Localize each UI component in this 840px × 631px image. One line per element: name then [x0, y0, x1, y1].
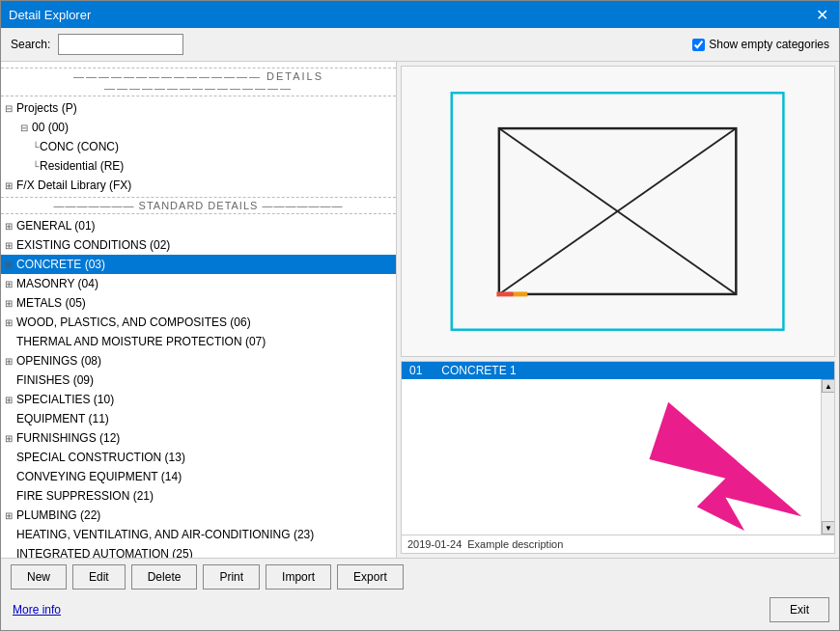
expander-metals: ⊞: [1, 296, 16, 311]
details-header: ——————————————— DETAILS ———————————————: [1, 68, 396, 96]
tree-item-finishes[interactable]: FINISHES (09): [1, 370, 396, 390]
tree-item-specialties[interactable]: ⊞ SPECIALTIES (10): [1, 390, 396, 409]
detail-info-body: [402, 379, 821, 535]
search-label: Search:: [11, 38, 50, 51]
expander-masonry: ⊞: [1, 277, 16, 291]
title-bar: Detail Explorer ✕: [1, 1, 839, 28]
tree-item-integrated[interactable]: INTEGRATED AUTOMATION (25): [1, 544, 396, 558]
more-info-link[interactable]: More info: [13, 603, 61, 617]
main-window: Detail Explorer ✕ Search: Show empty cat…: [0, 0, 840, 631]
close-button[interactable]: ✕: [812, 5, 831, 24]
tree-container[interactable]: ——————————————— DETAILS ——————————————— …: [1, 62, 396, 558]
tree-item-fire[interactable]: FIRE SUPPRESSION (21): [1, 486, 396, 506]
toolbar: Search: Show empty categories: [1, 28, 839, 62]
tree-item-conc[interactable]: └ CONC (CONC): [1, 137, 396, 156]
tree-item-special-construction[interactable]: SPECIAL CONSTRUCTION (13): [1, 448, 396, 467]
tree-item-metals[interactable]: ⊞ METALS (05): [1, 293, 396, 313]
edit-button[interactable]: Edit: [72, 564, 126, 590]
delete-button[interactable]: Delete: [131, 564, 198, 590]
arrow-svg: [402, 379, 821, 535]
preview-svg: [423, 81, 812, 342]
detail-description: Example description: [467, 538, 563, 550]
tree-item-existing[interactable]: ⊞ EXISTING CONDITIONS (02): [1, 235, 396, 255]
tree-item-equipment[interactable]: EQUIPMENT (11): [1, 409, 396, 428]
detail-footer: 2019-01-24 Example description: [402, 535, 834, 553]
search-input[interactable]: [58, 34, 183, 55]
tree-item-furnishings[interactable]: ⊞ FURNISHINGS (12): [1, 428, 396, 448]
standard-details-header: ——————— STANDARD DETAILS ———————: [1, 197, 396, 214]
expander-concrete: ⊞: [1, 258, 16, 272]
expander-specialties: ⊞: [1, 393, 16, 407]
main-content: ——————————————— DETAILS ——————————————— …: [1, 62, 839, 558]
scrollbar-down-btn[interactable]: ▼: [822, 521, 834, 535]
tree-item-projects[interactable]: ⊟ Projects (P): [1, 98, 396, 118]
bottom-bar: New Edit Delete Print Import Export: [1, 558, 839, 595]
tree-item-hvac[interactable]: HEATING, VENTILATING, AND AIR-CONDITIONI…: [1, 525, 396, 544]
expander-conc: └: [32, 140, 40, 154]
expander-general: ⊞: [1, 219, 16, 233]
detail-scrollbar[interactable]: ▲ ▼: [821, 379, 834, 535]
tree-item-residential[interactable]: └ Residential (RE): [1, 156, 396, 176]
expander-00: ⊟: [16, 121, 32, 135]
tree-item-masonry[interactable]: ⊞ MASONRY (04): [1, 274, 396, 293]
tree-item-fx-library[interactable]: ⊞ F/X Detail Library (FX): [1, 176, 396, 195]
tree-item-plumbing[interactable]: ⊞ PLUMBING (22): [1, 506, 396, 525]
detail-number: 01: [409, 364, 422, 377]
svg-rect-4: [497, 291, 514, 296]
expander-fx: ⊞: [1, 178, 16, 193]
svg-rect-5: [514, 291, 528, 296]
footer-bar: More info Exit: [1, 595, 839, 630]
left-panel: ——————————————— DETAILS ——————————————— …: [1, 62, 397, 558]
show-empty-checkbox[interactable]: [692, 39, 705, 51]
expander-existing: ⊞: [1, 238, 16, 253]
show-empty-label[interactable]: Show empty categories: [692, 38, 829, 51]
window-title: Detail Explorer: [9, 8, 91, 22]
right-panel: 01 CONCRETE 1 ▲ ▼: [397, 62, 839, 558]
tree-item-concrete[interactable]: ⊞ CONCRETE (03): [1, 255, 396, 274]
import-button[interactable]: Import: [266, 564, 331, 590]
tree-item-general[interactable]: ⊞ GENERAL (01): [1, 216, 396, 235]
detail-info-content-row: ▲ ▼: [402, 379, 834, 535]
tree-item-openings[interactable]: ⊞ OPENINGS (08): [1, 351, 396, 370]
expander-openings: ⊞: [1, 354, 16, 369]
tree-item-wood[interactable]: ⊞ WOOD, PLASTICS, AND COMPOSITES (06): [1, 313, 396, 332]
preview-area: [401, 66, 835, 357]
exit-button[interactable]: Exit: [770, 597, 829, 622]
svg-marker-6: [649, 402, 801, 531]
expander-furnishings: ⊞: [1, 431, 16, 446]
expander-wood: ⊞: [1, 316, 16, 330]
detail-info-header: 01 CONCRETE 1: [402, 362, 834, 379]
print-button[interactable]: Print: [203, 564, 260, 590]
detail-date: 2019-01-24: [407, 538, 462, 550]
detail-name: CONCRETE 1: [441, 364, 516, 377]
tree-item-conveying[interactable]: CONVEYING EQUIPMENT (14): [1, 467, 396, 486]
export-button[interactable]: Export: [337, 564, 404, 590]
scrollbar-up-btn[interactable]: ▲: [822, 379, 834, 393]
tree-item-thermal[interactable]: THERMAL AND MOISTURE PROTECTION (07): [1, 332, 396, 351]
expander-projects: ⊟: [1, 101, 16, 116]
new-button[interactable]: New: [11, 564, 67, 590]
scrollbar-track: [822, 393, 834, 521]
tree-item-00[interactable]: ⊟ 00 (00): [1, 118, 396, 137]
expander-plumbing: ⊞: [1, 508, 16, 523]
expander-residential: └: [32, 159, 40, 174]
detail-info-panel: 01 CONCRETE 1 ▲ ▼: [401, 361, 835, 554]
